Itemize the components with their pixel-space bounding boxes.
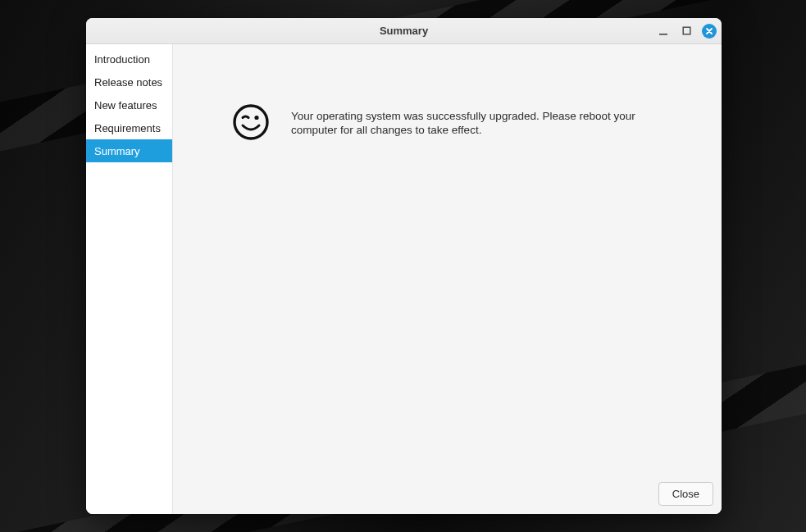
window-controls bbox=[656, 18, 717, 43]
sidebar-item-label: Introduction bbox=[94, 53, 150, 66]
sidebar-item-release-notes[interactable]: Release notes bbox=[86, 70, 172, 93]
close-icon bbox=[705, 27, 713, 35]
sidebar-item-label: Summary bbox=[94, 145, 140, 157]
sidebar-item-introduction[interactable]: Introduction bbox=[86, 48, 172, 70]
svg-rect-1 bbox=[683, 27, 690, 34]
dialog-footer: Close bbox=[658, 482, 713, 506]
sidebar: Introduction Release notes New features … bbox=[86, 44, 173, 514]
close-window-button[interactable] bbox=[702, 24, 717, 39]
sidebar-item-label: Requirements bbox=[94, 122, 161, 134]
window-title: Summary bbox=[86, 25, 722, 37]
svg-point-2 bbox=[235, 106, 267, 139]
svg-rect-0 bbox=[659, 34, 667, 35]
minimize-icon bbox=[658, 26, 668, 36]
sidebar-item-label: Release notes bbox=[94, 76, 162, 89]
sidebar-item-requirements[interactable]: Requirements bbox=[86, 116, 172, 139]
maximize-icon bbox=[682, 26, 691, 35]
window-body: Introduction Release notes New features … bbox=[86, 44, 722, 514]
svg-point-3 bbox=[254, 116, 258, 120]
summary-message: Your operating system was successfully u… bbox=[291, 110, 644, 138]
close-button[interactable]: Close bbox=[658, 482, 713, 506]
wink-smiley-icon bbox=[232, 103, 270, 144]
sidebar-item-new-features[interactable]: New features bbox=[86, 93, 172, 116]
upgrade-summary-window: Summary Introduction bbox=[86, 18, 722, 514]
titlebar[interactable]: Summary bbox=[86, 18, 722, 44]
summary-message-row: Your operating system was successfully u… bbox=[173, 44, 722, 144]
sidebar-item-summary[interactable]: Summary bbox=[86, 139, 172, 162]
maximize-button[interactable] bbox=[679, 24, 694, 39]
minimize-button[interactable] bbox=[656, 24, 671, 39]
sidebar-item-label: New features bbox=[94, 99, 157, 111]
content-pane: Your operating system was successfully u… bbox=[173, 44, 722, 514]
